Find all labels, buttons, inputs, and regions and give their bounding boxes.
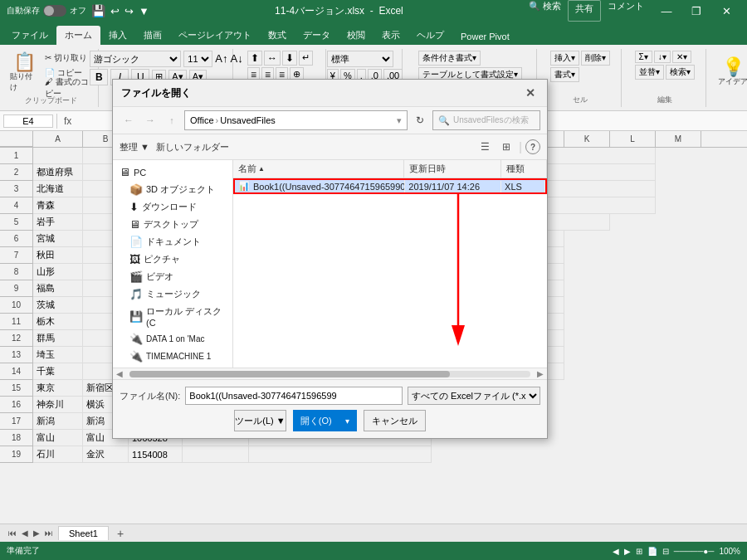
tree-item-video-label: ビデオ bbox=[146, 270, 173, 283]
breadcrumb-arrow[interactable]: ▾ bbox=[397, 115, 402, 126]
disk-icon: 💾 bbox=[129, 310, 143, 323]
filename-row: ファイル名(N): すべての Excelファイル (*.xl*;*.xlsx bbox=[120, 387, 540, 405]
tree-item-3d-label: 3D オブジェクト bbox=[146, 183, 215, 196]
dialog-title-bar: ファイルを開く ✕ bbox=[113, 80, 547, 107]
dialog-footer: ファイル名(N): すべての Excelファイル (*.xl*;*.xlsx ツ… bbox=[113, 379, 547, 438]
tree-item-download-label: ダウンロード bbox=[142, 201, 197, 213]
tree-item-desktop-label: デスクトップ bbox=[144, 218, 198, 231]
pictures-icon: 🖼 bbox=[129, 253, 140, 265]
horizontal-scrollbar-track[interactable] bbox=[129, 371, 530, 377]
file-name-cell: 📊 Book1((Unsaved-307746471596599062)).xl… bbox=[235, 180, 405, 192]
breadcrumb-office[interactable]: Office bbox=[190, 115, 214, 125]
nav-up-button[interactable]: ↑ bbox=[163, 111, 181, 129]
cancel-button[interactable]: キャンセル bbox=[364, 410, 426, 431]
breadcrumb-bar: Office › UnsavedFiles ▾ bbox=[184, 110, 408, 130]
pc-icon: 🖥 bbox=[120, 166, 130, 178]
file-list-header: 名前 更新日時 種類 bbox=[233, 160, 547, 178]
dialog-title-text: ファイルを開く bbox=[121, 86, 191, 100]
file-type-select[interactable]: すべての Excelファイル (*.xl*;*.xlsx bbox=[408, 387, 540, 405]
open-button-group: 開く(O) ▾ bbox=[293, 410, 357, 431]
tree-item-music-label: ミュージック bbox=[146, 288, 201, 300]
tree-item-desktop[interactable]: 🖥 デスクトップ bbox=[113, 216, 232, 233]
file-list: 名前 更新日時 種類 📊 Book1((Unsaved-307746471596… bbox=[233, 160, 547, 368]
documents-icon: 📄 bbox=[129, 236, 143, 248]
breadcrumb-sep: › bbox=[216, 115, 219, 125]
filename-label: ファイル名(N): bbox=[120, 390, 180, 402]
file-open-dialog: ファイルを開く ✕ ← → ↑ Office › UnsavedFiles ▾ … bbox=[112, 79, 548, 439]
nav-refresh-button[interactable]: ↻ bbox=[411, 111, 429, 129]
search-placeholder: UnsavedFilesの検索 bbox=[453, 114, 529, 126]
tree-item-timemachine2[interactable]: 🔌 TIMEMACHINE < bbox=[113, 365, 232, 368]
file-date-cell: 2019/11/07 14:26 bbox=[405, 181, 501, 192]
toolbar-left: 整理 ▼ 新しいフォルダー bbox=[120, 141, 229, 153]
search-box: 🔍 UnsavedFilesの検索 bbox=[432, 110, 540, 130]
tree-item-data1-label: DATA 1 on 'Mac bbox=[146, 334, 204, 343]
data1-icon: 🔌 bbox=[129, 333, 143, 345]
tree-item-pc-label: PC bbox=[134, 168, 146, 178]
col-header-date[interactable]: 更新日時 bbox=[404, 160, 501, 178]
scroll-right[interactable]: ▶ bbox=[534, 369, 547, 378]
tree-item-local-disk[interactable]: 💾 ローカル ディスク (C bbox=[113, 303, 232, 330]
tools-button[interactable]: ツール(L) ▼ bbox=[234, 410, 286, 431]
tree-item-pc[interactable]: 🖥 PC bbox=[113, 163, 232, 181]
col-header-type[interactable]: 種類 bbox=[501, 160, 547, 178]
search-icon: 🔍 bbox=[438, 115, 450, 126]
scroll-left[interactable]: ◀ bbox=[113, 369, 126, 378]
tree-item-documents-label: ドキュメント bbox=[146, 236, 201, 248]
view-details-btn[interactable]: ⊞ bbox=[497, 138, 515, 156]
file-item-1[interactable]: 📊 Book1((Unsaved-307746471596599062)).xl… bbox=[233, 178, 547, 194]
file-icon: 📊 bbox=[238, 181, 250, 192]
horizontal-scrollbar-thumb bbox=[129, 371, 450, 377]
tree-item-local-disk-label: ローカル ディスク (C bbox=[146, 305, 226, 328]
dialog-close-button[interactable]: ✕ bbox=[522, 85, 539, 101]
tree-item-music[interactable]: 🎵 ミュージック bbox=[113, 285, 232, 303]
open-button[interactable]: 開く(O) bbox=[293, 410, 339, 431]
dialog-buttons: ツール(L) ▼ 開く(O) ▾ キャンセル bbox=[120, 410, 540, 431]
tree-item-3d[interactable]: 📦 3D オブジェクト bbox=[113, 181, 232, 198]
timemachine1-icon: 🔌 bbox=[129, 350, 143, 363]
tree-item-pictures-label: ピクチャ bbox=[144, 253, 180, 265]
music-icon: 🎵 bbox=[129, 288, 143, 300]
download-icon: ⬇ bbox=[129, 201, 139, 213]
file-tree: 🖥 PC 📦 3D オブジェクト ⬇ ダウンロード 🖥 デスクトップ 📄 bbox=[113, 160, 233, 368]
breadcrumb-unsaved: UnsavedFiles bbox=[220, 115, 276, 125]
dialog-nav-bar: ← → ↑ Office › UnsavedFiles ▾ ↻ 🔍 Unsave… bbox=[113, 107, 547, 134]
file-list-scrollbar: ◀ ▶ bbox=[113, 368, 547, 379]
desktop-icon: 🖥 bbox=[129, 218, 140, 231]
file-type-cell: XLS bbox=[501, 181, 545, 192]
tree-item-timemachine1-label: TIMEMACHINE 1 bbox=[146, 352, 211, 361]
toolbar-divider: | bbox=[519, 140, 522, 153]
3d-icon: 📦 bbox=[129, 183, 143, 196]
tree-item-pictures[interactable]: 🖼 ピクチャ bbox=[113, 251, 232, 268]
tree-item-timemachine1[interactable]: 🔌 TIMEMACHINE 1 bbox=[113, 348, 232, 365]
col-header-name[interactable]: 名前 bbox=[233, 160, 404, 178]
toolbar-right: ☰ ⊞ | ? bbox=[476, 138, 540, 156]
tree-item-data1[interactable]: 🔌 DATA 1 on 'Mac bbox=[113, 330, 232, 348]
nav-back-button[interactable]: ← bbox=[120, 111, 138, 129]
dialog-body: 🖥 PC 📦 3D オブジェクト ⬇ ダウンロード 🖥 デスクトップ 📄 bbox=[113, 160, 547, 368]
new-folder-button[interactable]: 新しいフォルダー bbox=[156, 141, 229, 153]
file-name-text: Book1((Unsaved-307746471596599062)).xlsb bbox=[253, 182, 405, 192]
view-list-btn[interactable]: ☰ bbox=[476, 138, 494, 156]
dialog-help-button[interactable]: ? bbox=[525, 139, 540, 154]
open-dropdown-arrow[interactable]: ▾ bbox=[339, 410, 357, 431]
dialog-toolbar: 整理 ▼ 新しいフォルダー ☰ ⊞ | ? bbox=[113, 134, 547, 160]
nav-forward-button[interactable]: → bbox=[141, 111, 159, 129]
dialog-overlay: ファイルを開く ✕ ← → ↑ Office › UnsavedFiles ▾ … bbox=[0, 0, 747, 560]
video-icon: 🎬 bbox=[129, 270, 143, 283]
organize-button[interactable]: 整理 ▼ bbox=[120, 141, 149, 153]
tree-item-documents[interactable]: 📄 ドキュメント bbox=[113, 233, 232, 251]
filename-input[interactable] bbox=[185, 387, 403, 405]
tree-item-download[interactable]: ⬇ ダウンロード bbox=[113, 198, 232, 216]
tree-item-video[interactable]: 🎬 ビデオ bbox=[113, 268, 232, 285]
